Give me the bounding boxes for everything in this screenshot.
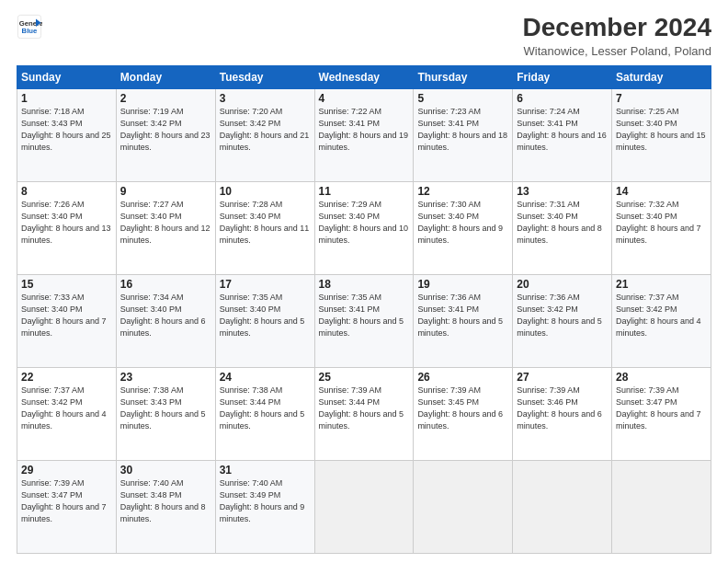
day-number: 11	[319, 185, 410, 198]
col-friday: Friday	[513, 65, 612, 88]
col-wednesday: Wednesday	[314, 65, 414, 88]
day-number: 22	[21, 371, 112, 384]
day-number: 19	[417, 278, 508, 291]
table-row: 21 Sunrise: 7:37 AMSunset: 3:42 PMDaylig…	[612, 274, 711, 367]
table-row: 1 Sunrise: 7:18 AMSunset: 3:43 PMDayligh…	[17, 88, 117, 181]
svg-text:Blue: Blue	[22, 27, 38, 35]
col-tuesday: Tuesday	[215, 65, 314, 88]
day-info: Sunrise: 7:37 AMSunset: 3:42 PMDaylight:…	[21, 385, 112, 432]
day-info: Sunrise: 7:32 AMSunset: 3:40 PMDaylight:…	[616, 199, 707, 247]
col-saturday: Saturday	[612, 65, 711, 88]
day-info: Sunrise: 7:29 AMSunset: 3:40 PMDaylight:…	[319, 199, 410, 247]
day-number: 28	[616, 371, 707, 384]
subtitle: Witanowice, Lesser Poland, Poland	[523, 44, 711, 58]
day-info: Sunrise: 7:38 AMSunset: 3:44 PMDaylight:…	[220, 385, 311, 432]
logo: General Blue	[17, 14, 42, 40]
day-number: 18	[319, 278, 410, 291]
table-row: 22 Sunrise: 7:37 AMSunset: 3:42 PMDaylig…	[17, 367, 117, 460]
col-thursday: Thursday	[414, 65, 513, 88]
table-row: 12 Sunrise: 7:30 AMSunset: 3:40 PMDaylig…	[414, 181, 513, 274]
day-number: 6	[517, 92, 608, 105]
day-info: Sunrise: 7:39 AMSunset: 3:44 PMDaylight:…	[319, 385, 410, 432]
day-info: Sunrise: 7:39 AMSunset: 3:46 PMDaylight:…	[517, 385, 608, 432]
table-row	[513, 460, 612, 553]
day-number: 21	[616, 278, 707, 291]
table-row: 2 Sunrise: 7:19 AMSunset: 3:42 PMDayligh…	[116, 88, 215, 181]
day-info: Sunrise: 7:22 AMSunset: 3:41 PMDaylight:…	[319, 106, 410, 154]
table-row: 20 Sunrise: 7:36 AMSunset: 3:42 PMDaylig…	[513, 274, 612, 367]
table-row: 8 Sunrise: 7:26 AMSunset: 3:40 PMDayligh…	[17, 181, 117, 274]
table-row: 6 Sunrise: 7:24 AMSunset: 3:41 PMDayligh…	[513, 88, 612, 181]
day-info: Sunrise: 7:39 AMSunset: 3:47 PMDaylight:…	[616, 385, 707, 432]
table-row: 29 Sunrise: 7:39 AMSunset: 3:47 PMDaylig…	[17, 460, 117, 553]
logo-icon: General Blue	[17, 14, 42, 40]
table-row: 11 Sunrise: 7:29 AMSunset: 3:40 PMDaylig…	[314, 181, 414, 274]
day-info: Sunrise: 7:20 AMSunset: 3:42 PMDaylight:…	[220, 106, 311, 154]
day-info: Sunrise: 7:35 AMSunset: 3:40 PMDaylight:…	[220, 292, 311, 339]
day-number: 7	[616, 92, 707, 105]
header: General Blue December 2024 Witanowice, L…	[17, 14, 711, 58]
table-row: 19 Sunrise: 7:36 AMSunset: 3:41 PMDaylig…	[414, 274, 513, 367]
day-number: 30	[120, 464, 211, 477]
day-number: 16	[120, 278, 211, 291]
table-row: 25 Sunrise: 7:39 AMSunset: 3:44 PMDaylig…	[314, 367, 414, 460]
title-block: December 2024 Witanowice, Lesser Poland,…	[523, 14, 711, 58]
day-info: Sunrise: 7:38 AMSunset: 3:43 PMDaylight:…	[120, 385, 211, 432]
day-number: 17	[220, 278, 311, 291]
day-number: 29	[21, 464, 112, 477]
day-info: Sunrise: 7:25 AMSunset: 3:40 PMDaylight:…	[616, 106, 707, 154]
table-row: 14 Sunrise: 7:32 AMSunset: 3:40 PMDaylig…	[612, 181, 711, 274]
table-row: 23 Sunrise: 7:38 AMSunset: 3:43 PMDaylig…	[116, 367, 215, 460]
calendar-week-row: 22 Sunrise: 7:37 AMSunset: 3:42 PMDaylig…	[17, 367, 711, 460]
day-number: 24	[220, 371, 311, 384]
day-number: 31	[220, 464, 311, 477]
day-number: 12	[417, 185, 508, 198]
day-number: 20	[517, 278, 608, 291]
day-info: Sunrise: 7:23 AMSunset: 3:41 PMDaylight:…	[417, 106, 508, 154]
table-row: 17 Sunrise: 7:35 AMSunset: 3:40 PMDaylig…	[215, 274, 314, 367]
calendar-table: Sunday Monday Tuesday Wednesday Thursday…	[17, 65, 711, 554]
day-info: Sunrise: 7:24 AMSunset: 3:41 PMDaylight:…	[517, 106, 608, 154]
day-number: 1	[21, 92, 112, 105]
day-info: Sunrise: 7:34 AMSunset: 3:40 PMDaylight:…	[120, 292, 211, 339]
table-row: 9 Sunrise: 7:27 AMSunset: 3:40 PMDayligh…	[116, 181, 215, 274]
table-row: 16 Sunrise: 7:34 AMSunset: 3:40 PMDaylig…	[116, 274, 215, 367]
col-monday: Monday	[116, 65, 215, 88]
day-info: Sunrise: 7:28 AMSunset: 3:40 PMDaylight:…	[220, 199, 311, 247]
calendar-week-row: 29 Sunrise: 7:39 AMSunset: 3:47 PMDaylig…	[17, 460, 711, 553]
day-info: Sunrise: 7:36 AMSunset: 3:41 PMDaylight:…	[417, 292, 508, 339]
table-row: 28 Sunrise: 7:39 AMSunset: 3:47 PMDaylig…	[612, 367, 711, 460]
day-info: Sunrise: 7:33 AMSunset: 3:40 PMDaylight:…	[21, 292, 112, 339]
page: General Blue December 2024 Witanowice, L…	[0, 0, 728, 563]
day-number: 23	[120, 371, 211, 384]
day-info: Sunrise: 7:19 AMSunset: 3:42 PMDaylight:…	[120, 106, 211, 154]
table-row: 13 Sunrise: 7:31 AMSunset: 3:40 PMDaylig…	[513, 181, 612, 274]
table-row: 27 Sunrise: 7:39 AMSunset: 3:46 PMDaylig…	[513, 367, 612, 460]
calendar-week-row: 1 Sunrise: 7:18 AMSunset: 3:43 PMDayligh…	[17, 88, 711, 181]
day-info: Sunrise: 7:27 AMSunset: 3:40 PMDaylight:…	[120, 199, 211, 247]
day-number: 26	[417, 371, 508, 384]
day-info: Sunrise: 7:39 AMSunset: 3:45 PMDaylight:…	[417, 385, 508, 432]
day-number: 5	[417, 92, 508, 105]
calendar-week-row: 8 Sunrise: 7:26 AMSunset: 3:40 PMDayligh…	[17, 181, 711, 274]
calendar-week-row: 15 Sunrise: 7:33 AMSunset: 3:40 PMDaylig…	[17, 274, 711, 367]
day-info: Sunrise: 7:31 AMSunset: 3:40 PMDaylight:…	[517, 199, 608, 247]
table-row: 30 Sunrise: 7:40 AMSunset: 3:48 PMDaylig…	[116, 460, 215, 553]
table-row: 18 Sunrise: 7:35 AMSunset: 3:41 PMDaylig…	[314, 274, 414, 367]
day-info: Sunrise: 7:35 AMSunset: 3:41 PMDaylight:…	[319, 292, 410, 339]
day-number: 8	[21, 185, 112, 198]
table-row: 15 Sunrise: 7:33 AMSunset: 3:40 PMDaylig…	[17, 274, 117, 367]
day-number: 14	[616, 185, 707, 198]
table-row: 3 Sunrise: 7:20 AMSunset: 3:42 PMDayligh…	[215, 88, 314, 181]
day-number: 9	[120, 185, 211, 198]
main-title: December 2024	[523, 14, 711, 42]
day-info: Sunrise: 7:26 AMSunset: 3:40 PMDaylight:…	[21, 199, 112, 247]
day-number: 27	[517, 371, 608, 384]
day-number: 4	[319, 92, 410, 105]
table-row	[612, 460, 711, 553]
day-number: 15	[21, 278, 112, 291]
day-number: 25	[319, 371, 410, 384]
day-info: Sunrise: 7:37 AMSunset: 3:42 PMDaylight:…	[616, 292, 707, 339]
table-row: 10 Sunrise: 7:28 AMSunset: 3:40 PMDaylig…	[215, 181, 314, 274]
day-number: 3	[220, 92, 311, 105]
